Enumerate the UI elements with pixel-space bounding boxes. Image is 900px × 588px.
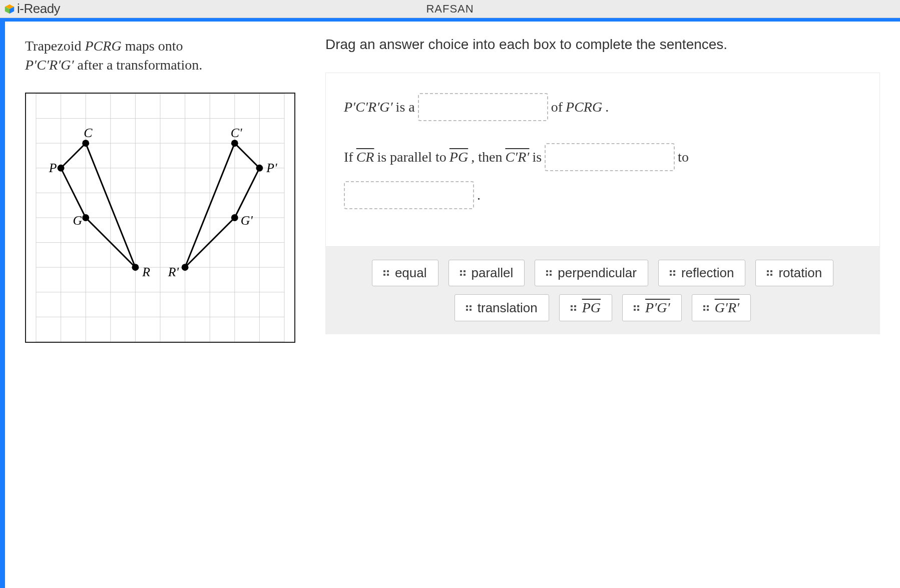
answer-bank: equal parallel perpendicular reflection … (325, 247, 880, 334)
s2-period: . (477, 187, 481, 203)
choice-label: translation (478, 300, 538, 316)
prompt-shape: PCRG (85, 38, 122, 54)
left-column: Trapezoid PCRG maps onto P′C′R′G′ after … (25, 37, 305, 345)
student-name: RAFSAN (426, 3, 474, 16)
sentence-1: P′C′R′G′ is a of PCRG. (344, 93, 861, 121)
svg-point-33 (82, 214, 89, 221)
s1-text: is a (396, 99, 415, 115)
choice-translation[interactable]: translation (455, 294, 549, 321)
grip-icon (383, 270, 389, 276)
choice-pg[interactable]: PG (559, 294, 612, 321)
s2-crp: C′R′ (505, 149, 529, 165)
svg-point-27 (58, 164, 65, 171)
s1-pcrg-prime: P′C′R′G′ (344, 99, 393, 115)
svg-marker-25 (61, 143, 136, 267)
s2-text: If (344, 149, 353, 165)
svg-point-29 (82, 140, 89, 147)
choice-equal[interactable]: equal (372, 260, 438, 286)
grip-icon (546, 270, 552, 276)
grip-icon (460, 270, 466, 276)
choice-giri[interactable]: G′R′ (692, 294, 751, 321)
s2-text: to (678, 149, 689, 165)
cube-icon (4, 4, 15, 15)
sentence-2: If CR is parallel to PG , then C′R′ is t… (344, 143, 861, 171)
right-column: Drag an answer choice into each box to c… (325, 37, 890, 345)
s2-text: , then (471, 149, 502, 165)
prompt-text: after a transformation. (74, 57, 203, 73)
grip-icon (703, 305, 709, 311)
svg-marker-26 (185, 143, 260, 267)
dropzone-1[interactable] (418, 93, 548, 121)
choice-parallel[interactable]: parallel (448, 260, 525, 286)
brand: i-Ready (4, 1, 60, 17)
brand-text: i-Ready (17, 1, 60, 17)
svg-text:P: P (49, 160, 57, 175)
svg-text:C: C (84, 126, 93, 140)
dropzone-3[interactable] (344, 181, 474, 209)
choice-label: reflection (681, 265, 734, 281)
s2-pg: PG (449, 149, 468, 165)
svg-point-39 (182, 264, 189, 271)
sentence-2b: . (344, 181, 861, 209)
grip-icon (466, 305, 472, 311)
choice-reflection[interactable]: reflection (658, 260, 746, 286)
page: Trapezoid PCRG maps onto P′C′R′G′ after … (0, 22, 900, 360)
svg-point-35 (256, 164, 263, 171)
svg-text:R: R (142, 265, 150, 279)
svg-point-41 (231, 214, 238, 221)
instruction-text: Drag an answer choice into each box to c… (325, 37, 880, 53)
choice-label: rotation (778, 265, 822, 281)
s2-text: is (532, 149, 542, 165)
prompt-text: Trapezoid (25, 38, 85, 54)
choice-label: G′R′ (715, 300, 740, 316)
sentence-area: P′C′R′G′ is a of PCRG. If CR is parallel… (325, 73, 880, 247)
grip-icon (571, 305, 576, 311)
problem-prompt: Trapezoid PCRG maps onto P′C′R′G′ after … (25, 37, 305, 75)
svg-text:G': G' (241, 213, 253, 227)
s1-pcrg: PCRG (566, 99, 602, 115)
choice-pigi[interactable]: P′G′ (622, 294, 682, 321)
s2-cr: CR (356, 149, 374, 165)
choice-perpendicular[interactable]: perpendicular (535, 260, 648, 286)
s1-period: . (605, 99, 609, 115)
choice-label: PG (582, 300, 601, 316)
s2-text: is parallel to (377, 149, 446, 165)
diagram: PCRGP'C'R'G' (25, 93, 295, 343)
choice-label: perpendicular (558, 265, 637, 281)
choice-label: P′G′ (645, 300, 670, 316)
choice-label: equal (395, 265, 427, 281)
s1-text: of (551, 99, 563, 115)
dropzone-2[interactable] (545, 143, 675, 171)
svg-point-31 (132, 264, 139, 271)
prompt-image-shape: P′C′R′G′ (25, 57, 74, 73)
grip-icon (767, 270, 772, 276)
prompt-text: maps onto (122, 38, 183, 54)
choice-label: parallel (472, 265, 514, 281)
svg-point-37 (231, 140, 238, 147)
grip-icon (670, 270, 675, 276)
svg-text:R': R' (168, 265, 179, 279)
svg-text:P': P' (266, 160, 277, 175)
svg-text:G: G (73, 213, 82, 227)
choice-rotation[interactable]: rotation (755, 260, 833, 286)
grip-icon (634, 305, 639, 311)
topbar: i-Ready RAFSAN (0, 0, 900, 18)
svg-text:C': C' (231, 126, 242, 140)
blue-bar (0, 18, 900, 22)
